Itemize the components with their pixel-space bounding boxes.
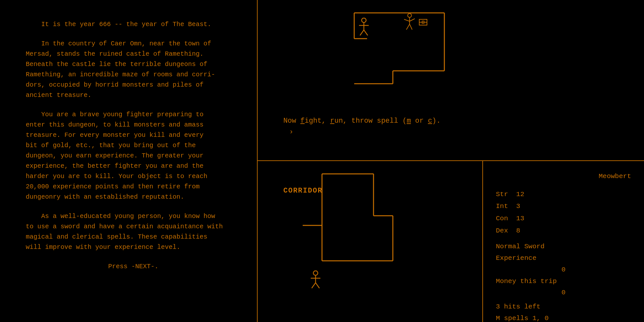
monster-figure-top <box>402 13 428 32</box>
dex-val: 8 <box>516 227 520 234</box>
player-name: Meowbert <box>496 171 631 182</box>
svg-point-7 <box>362 18 366 23</box>
stat-str: Str 12 <box>496 189 631 200</box>
svg-line-32 <box>312 283 316 288</box>
hits-left: 3 hits left <box>496 301 631 313</box>
money-label-line: Money this trip <box>496 276 631 287</box>
svg-line-17 <box>410 24 412 30</box>
player-figure-top <box>357 18 370 40</box>
player-figure-bottom <box>309 270 322 293</box>
intro-para-3: You are a brave young fighter preparing … <box>26 109 241 202</box>
svg-line-15 <box>410 19 415 21</box>
c-spell-option[interactable]: c <box>428 117 432 125</box>
exp-val-line: 0 <box>496 264 631 276</box>
svg-line-10 <box>360 30 364 35</box>
main-container: It is the year 666 -- the year of The Be… <box>0 0 644 322</box>
dungeon-bottom-svg <box>258 161 451 312</box>
stat-con: Con 13 <box>496 213 631 224</box>
game-area: Now fight, run, throw spell (m or c). › <box>258 0 644 161</box>
m-spells-line: M spells 1, 0 <box>496 313 631 322</box>
right-panel: Now fight, run, throw spell (m or c). › … <box>258 0 644 322</box>
prompt-cursor: › <box>289 128 293 136</box>
str-label: Str <box>496 191 508 198</box>
int-val: 3 <box>516 203 520 210</box>
con-label: Con <box>496 215 508 222</box>
stat-int: Int 3 <box>496 201 631 212</box>
weapon-name: Normal Sword <box>496 243 545 250</box>
intro-para-1: It is the year 666 -- the year of The Be… <box>26 19 241 30</box>
fight-option[interactable]: f <box>300 117 305 125</box>
combat-prompt: Now fight, run, throw spell (m or c). <box>283 117 441 125</box>
run-option[interactable]: r <box>330 117 334 125</box>
con-val: 13 <box>516 215 524 222</box>
intro-para-4: As a well-educated young person, you kno… <box>26 211 241 252</box>
str-val: 12 <box>516 191 524 198</box>
left-panel: It is the year 666 -- the year of The Be… <box>0 0 258 322</box>
bottom-right: CORRIDOR <box>258 161 644 322</box>
svg-line-33 <box>316 283 319 288</box>
svg-line-11 <box>364 30 368 35</box>
weapon-line: Normal Sword <box>496 241 631 252</box>
svg-line-14 <box>404 19 410 21</box>
svg-point-29 <box>313 271 318 275</box>
exp-label-line: Experience <box>496 252 631 264</box>
svg-line-16 <box>406 24 410 30</box>
stats-panel: Meowbert Str 12 Int 3 Con 13 Dex 8 Norma… <box>483 161 644 322</box>
map-panel: CORRIDOR <box>258 161 483 322</box>
dungeon-top-map <box>283 6 509 103</box>
m-spell-option[interactable]: m <box>407 117 411 125</box>
stat-dex: Dex 8 <box>496 225 631 237</box>
int-label: Int <box>496 203 508 210</box>
svg-point-12 <box>408 14 412 17</box>
press-next[interactable]: Press -NEXT-. <box>26 261 241 272</box>
intro-para-2: In the country of Caer Omn, near the tow… <box>26 39 241 100</box>
dungeon-top-svg <box>283 6 509 103</box>
money-val-line: 0 <box>496 287 631 298</box>
dex-label: Dex <box>496 227 508 234</box>
